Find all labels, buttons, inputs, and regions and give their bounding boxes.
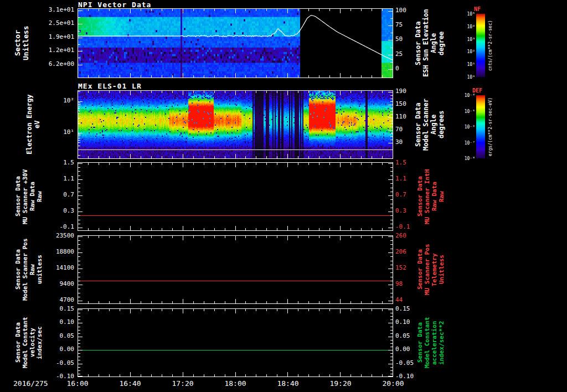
right-y-axis-tick-label: 30 <box>395 139 431 146</box>
y-axis-tick-label: 18800 <box>32 249 74 255</box>
x-axis-date-label: 2016/275 <box>13 379 69 388</box>
right-y-axis-tick-label: 25 <box>395 51 431 58</box>
y-axis-tick-label: -0.1 <box>32 224 74 230</box>
right-y-axis-tick-label: 206 <box>395 249 431 255</box>
model-scanner-pos-plot <box>78 235 393 304</box>
right-y-axis-tick-label: 0.10 <box>395 319 431 326</box>
x-axis-tick-label: 19:20 <box>324 379 357 388</box>
y-axis-tick-label: 10¹ <box>32 129 74 136</box>
y-axis-tick-label: 10² <box>32 97 74 104</box>
right-y-axis-tick-label: 70 <box>395 126 431 133</box>
axis-title-line: MU Scanner +30V <box>22 162 29 231</box>
colorbar-tick-label: 10⁰ <box>455 75 475 80</box>
axis-title-line: Sensor Data <box>14 162 22 231</box>
y-axis-tick-label: 3.1e+01 <box>32 7 74 13</box>
y-axis-tick-label: 1.2e+01 <box>32 47 74 54</box>
mu-scanner-30v-plot <box>78 162 393 231</box>
right-y-axis-tick-label: 0.3 <box>395 208 431 214</box>
axis-title-line: Sensor Data <box>14 308 22 377</box>
els-panel-title: MEx ELS-01 LR <box>78 82 142 90</box>
y-axis-tick-label: 1.5 <box>32 159 74 166</box>
axis-title-line: degrees <box>437 90 445 159</box>
right-y-axis-tick-label: 1.1 <box>395 176 431 182</box>
axis-title-line: Model Scanner Pos <box>22 235 29 304</box>
right-y-axis-tick-label: 152 <box>395 265 431 271</box>
colorbar-tick-label: 10⁻⁵ <box>455 109 475 114</box>
axis-title-line: Sector <box>13 8 22 78</box>
def-colorbar-units: ergs/(cm**2-sr-sec-eV) <box>488 91 493 162</box>
x-axis-tick-label: 16:40 <box>114 379 147 388</box>
axis-title-line: Telemetry <box>431 235 438 304</box>
axis-title-line: Unitless <box>438 235 445 304</box>
right-y-axis-tick-label: 150 <box>395 101 431 107</box>
y-axis-tick-label: 23500 <box>32 233 74 239</box>
right-y-axis-tick-label: 0.15 <box>395 306 431 312</box>
right-y-axis-tick-label: 1.5 <box>395 159 431 166</box>
axis-title-line: Sensor Data <box>14 235 22 304</box>
colorbar-tick-label: 10⁻⁸ <box>455 156 475 161</box>
right-y-axis-tick-label: 100 <box>395 7 431 14</box>
axis-title-line: degree <box>437 8 445 78</box>
y-axis-tick-label: 1.1 <box>32 176 74 182</box>
right-y-axis-tick-label: 98 <box>395 281 431 287</box>
axis-title-line: index/sec**2 <box>438 308 445 377</box>
colorbar-tick-label: 10¹ <box>455 62 475 67</box>
axis-title-line: Model Constant <box>22 308 29 377</box>
y-axis-tick-label: 6.2e+00 <box>32 61 74 68</box>
model-constant-velocity-plot <box>78 308 393 377</box>
x-axis-tick-label: 16:00 <box>61 379 94 388</box>
right-y-axis-tick-label: 0 <box>395 65 431 72</box>
nf-colorbar-units: cnts/(cm**2-sr-sec) <box>488 10 493 81</box>
axis-title-line: Angle <box>430 8 437 78</box>
colorbar-tick-label: 10⁵ <box>455 12 475 17</box>
colorbar-tick-label: 10⁻⁶ <box>455 125 475 130</box>
x-axis-tick-label: 18:00 <box>219 379 252 388</box>
y-axis-tick-label: 0.3 <box>32 208 74 214</box>
y-axis-tick-label: 0.00 <box>32 346 74 353</box>
y-axis-tick-label: 9400 <box>32 281 74 287</box>
right-y-axis-tick-label: -0.1 <box>395 224 431 230</box>
x-axis-tick-label: 18:40 <box>271 379 305 388</box>
colorbar-tick-label: 10⁴ <box>455 24 475 29</box>
right-y-axis-tick-label: 260 <box>395 233 431 239</box>
axis-title-line: acceleration <box>431 308 438 377</box>
npi-spectrogram <box>78 8 393 78</box>
axis-title-line: Raw Data <box>431 162 438 231</box>
y-axis-tick-label: -0.10 <box>32 373 74 380</box>
colorbar-tick-label: 10³ <box>455 37 475 42</box>
y-axis-tick-label: 0.10 <box>32 319 74 326</box>
colorbar-tick-label: 10⁻⁷ <box>455 141 475 146</box>
right-y-axis-tick-label: 0.00 <box>395 346 431 353</box>
right-y-axis-tick-label: -0.05 <box>395 360 431 367</box>
axis-title-line: Angle <box>430 90 437 159</box>
y-axis-tick-label: 2.5e+01 <box>32 20 74 27</box>
panel1-left-axis-title: Sector Unitless <box>13 8 30 78</box>
y-axis-tick-label: 0.05 <box>32 333 74 339</box>
right-y-axis-tick-label: 75 <box>395 22 431 28</box>
axis-title-line: Raw <box>438 162 445 231</box>
axis-title-line: Unitless <box>22 8 30 78</box>
y-axis-tick-label: -0.05 <box>32 360 74 367</box>
y-axis-tick-label: 0.7 <box>32 192 74 198</box>
y-axis-tick-label: 1.9e+01 <box>32 34 74 40</box>
x-axis-tick-label: 17:20 <box>166 379 199 388</box>
right-y-axis-tick-label: 110 <box>395 114 431 120</box>
npi-panel-title: NPI Vector Data <box>78 1 151 9</box>
def-colorbar <box>476 95 485 158</box>
right-y-axis-tick-label: -0.10 <box>395 373 431 380</box>
nf-colorbar <box>476 14 485 77</box>
right-y-axis-tick-label: 0.7 <box>395 192 431 198</box>
right-y-axis-tick-label: 50 <box>395 36 431 43</box>
right-y-axis-tick-label: 190 <box>395 88 431 95</box>
right-y-axis-tick-label: 44 <box>395 297 431 303</box>
right-y-axis-tick-label: 0.05 <box>395 333 431 339</box>
x-axis-tick-label: 20:00 <box>377 379 410 388</box>
y-axis-tick-label: 4700 <box>32 297 74 303</box>
y-axis-tick-label: 14100 <box>32 265 74 271</box>
colorbar-tick-label: 10² <box>455 49 475 54</box>
colorbar-tick-label: 10⁻⁴ <box>455 93 475 98</box>
y-axis-tick-label: 0.15 <box>32 306 74 312</box>
plot-screen: NPI Vector Data MEx ELS-01 LR Sector Uni… <box>0 0 567 392</box>
els-spectrogram <box>78 90 393 159</box>
